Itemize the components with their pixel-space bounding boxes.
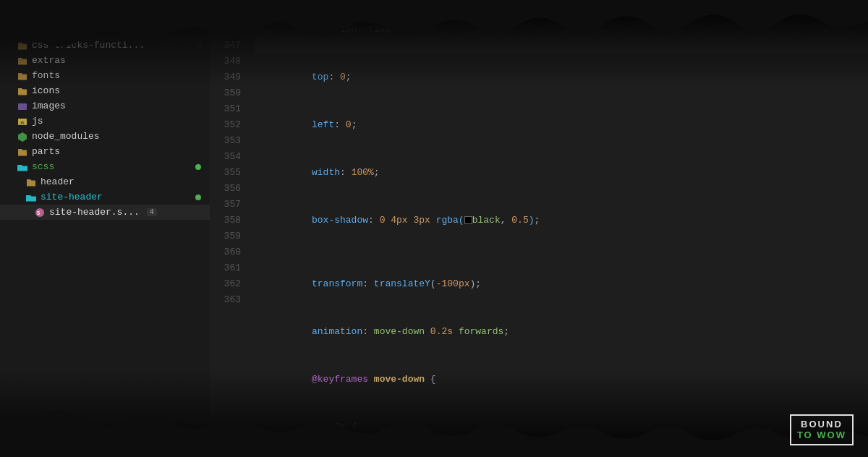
code-line-348: width: 100%; <box>255 149 868 197</box>
folder-icon <box>17 10 27 20</box>
property-token: position <box>312 24 357 35</box>
sidebar-label-header: header <box>41 176 75 187</box>
sidebar-label-scss: scss <box>32 161 54 172</box>
sidebar-label-books: books <box>32 9 60 20</box>
line-num: 355 <box>210 165 241 181</box>
line-num: 349 <box>210 69 241 85</box>
git-tooltip: You, 2 hours ago <box>770 6 854 16</box>
line-num: 358 <box>210 213 241 228</box>
code-line-351: transform: translateY(-100px); <box>255 260 868 308</box>
folder-icon-images <box>17 101 27 111</box>
sidebar-label-node-modules: node_modules <box>32 131 100 142</box>
folder-icon-node <box>17 132 27 142</box>
sidebar-item-header[interactable]: header <box>0 174 210 189</box>
line-num: 359 <box>210 228 241 244</box>
line-num: 348 <box>210 54 241 69</box>
sidebar-item-books[interactable]: books <box>0 7 210 22</box>
sidebar-item-scss[interactable]: scss <box>0 159 210 174</box>
line-num: 363 <box>210 292 241 308</box>
folder-open-icon-site-header <box>26 192 36 202</box>
sidebar-label-parts: parts <box>32 146 60 157</box>
modified-badge-site-header <box>195 195 201 200</box>
line-num: 354 <box>210 149 241 165</box>
watermark-logo: BOUND TO WOW <box>790 414 854 445</box>
svg-rect-2 <box>18 103 27 110</box>
sidebar-label-icons: icons <box>32 85 60 96</box>
sidebar-label-css: css <box>32 25 48 35</box>
top-selector-hint: .header-not-at-top & { <box>250 6 374 17</box>
folder-icon-parts <box>17 147 27 157</box>
folder-icon-extras <box>17 56 27 66</box>
sidebar-item-css-tricks[interactable]: css-tricks-functi... → <box>0 38 210 53</box>
line-num: 345 <box>210 6 241 22</box>
code-line-349: box-shadow: 0 4px 3px rgba(black, 0.5); <box>255 197 868 244</box>
line-num: 351 <box>210 101 241 117</box>
sass-file-icon: S <box>35 208 45 218</box>
file-explorer-sidebar: books 3 css css-tricks-functi... → <box>0 0 210 457</box>
sidebar-item-site-header[interactable]: site-header <box>0 189 210 205</box>
folder-icon-header <box>26 177 36 187</box>
svg-text:S: S <box>37 210 40 216</box>
folder-icon-icons <box>17 86 27 96</box>
line-num: 347 <box>210 38 241 54</box>
line-num: 346 <box>210 22 241 38</box>
folder-icon-tricks <box>17 40 27 51</box>
code-lines: You, 2 hours ago position: fixed; top: 0… <box>250 0 868 457</box>
modified-badge-scss <box>195 164 201 170</box>
line-num: 356 <box>210 181 241 197</box>
sidebar-item-site-header-scss[interactable]: S site-header.s... 4 <box>0 205 210 220</box>
sidebar-label-css-tricks: css-tricks-functi... <box>32 40 145 51</box>
line-num: 352 <box>210 117 241 133</box>
code-line-350 <box>255 244 868 260</box>
code-line-352: animation: move-down 0.2s forwards; <box>255 308 868 356</box>
folder-icon-js: JS <box>17 116 27 127</box>
line-num: 350 <box>210 85 241 101</box>
sidebar-item-node-modules[interactable]: node_modules <box>0 129 210 144</box>
file-badge-num: 4 <box>147 208 157 216</box>
svg-text:3: 3 <box>20 29 22 34</box>
code-line-346: top: 0; <box>255 54 868 101</box>
folder-open-icon-scss <box>17 162 27 172</box>
selector-token: .header-not-at-top & { <box>250 6 374 17</box>
css-folder-icon: 3 <box>17 25 27 35</box>
line-numbers: 345 346 347 348 349 350 351 352 353 354 … <box>210 0 250 457</box>
line-num: 362 <box>210 276 241 292</box>
sidebar-item-fonts[interactable]: fonts <box>0 68 210 83</box>
editor-content: 345 346 347 348 349 350 351 352 353 354 … <box>210 0 868 457</box>
svg-text:JS: JS <box>20 120 25 125</box>
color-swatch <box>464 216 472 224</box>
sidebar-item-js[interactable]: JS js <box>0 114 210 129</box>
main-container: books 3 css css-tricks-functi... → <box>0 0 868 457</box>
sidebar-item-css[interactable]: 3 css <box>0 22 210 38</box>
watermark-box: BOUND TO WOW <box>790 414 854 445</box>
line-num: 353 <box>210 133 241 149</box>
cursor <box>403 25 404 35</box>
sidebar-label-js: js <box>32 116 43 127</box>
line-num: 360 <box>210 244 241 260</box>
sidebar-label-extras: extras <box>32 55 66 66</box>
sidebar-item-images[interactable]: images <box>0 98 210 114</box>
sidebar-label-fonts: fonts <box>32 70 60 81</box>
code-line-353: @keyframes move-down { <box>255 356 868 403</box>
watermark-line2: TO WOW <box>797 430 846 441</box>
line-num: 357 <box>210 197 241 213</box>
code-editor: 345 346 347 348 349 350 351 352 353 354 … <box>210 0 868 457</box>
sidebar-item-icons[interactable]: icons <box>0 83 210 98</box>
sidebar-label-site-header-scss: site-header.s... <box>49 207 140 218</box>
code-line-354: 100% { <box>255 403 868 451</box>
sidebar-label-site-header: site-header <box>41 192 103 202</box>
sidebar-item-parts[interactable]: parts <box>0 144 210 159</box>
folder-icon-fonts <box>17 71 27 81</box>
code-line-355: transform: translateY(0); <box>255 451 868 457</box>
code-line-347: left: 0; <box>255 101 868 149</box>
sidebar-tree: books 3 css css-tricks-functi... → <box>0 0 210 227</box>
watermark-line1: BOUND <box>797 419 846 430</box>
svg-marker-5 <box>18 132 27 142</box>
sidebar-label-images: images <box>32 101 66 111</box>
line-num: 361 <box>210 260 241 276</box>
sidebar-item-extras[interactable]: extras <box>0 53 210 68</box>
arrow-right-icon: → <box>196 41 201 50</box>
